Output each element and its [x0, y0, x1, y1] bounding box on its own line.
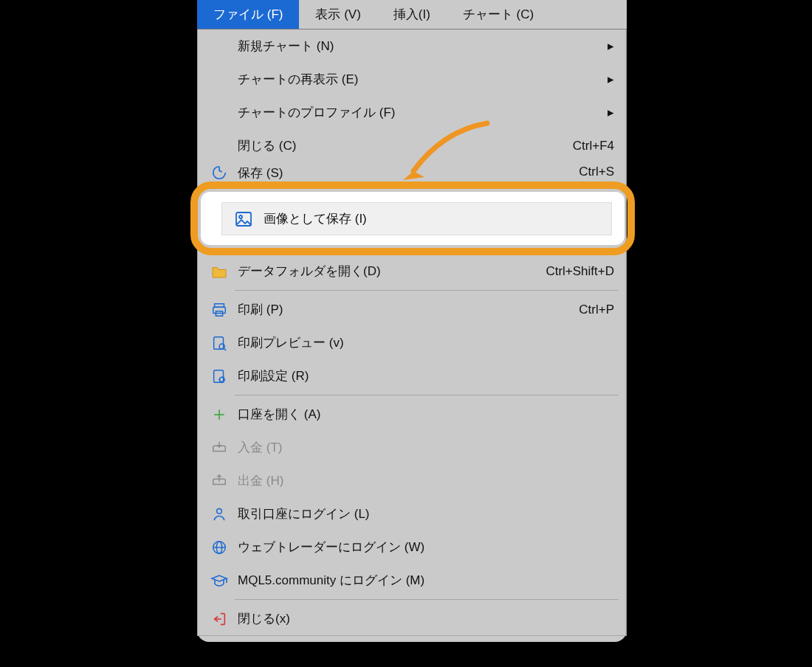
menuitem-label: 印刷プレビュー (v) [233, 334, 614, 351]
menuitem-label: 閉じる(x) [233, 610, 614, 627]
chevron-right-icon: ▸ [602, 72, 614, 87]
image-icon [230, 211, 258, 227]
menuitem-chart-profile[interactable]: チャートのプロファイル (F) ▸ [198, 96, 626, 129]
menuitem-new-chart[interactable]: 新規チャート (N) ▸ [198, 30, 626, 63]
plus-icon [205, 407, 233, 422]
menuitem-open-account[interactable]: 口座を開く (A) [198, 398, 626, 431]
globe-icon [205, 539, 233, 556]
menuitem-label: 入金 (T) [233, 439, 614, 456]
menuitem-label: 保存 (S) [233, 165, 579, 181]
menuitem-login-trade[interactable]: 取引口座にログイン (L) [198, 497, 626, 531]
menuitem-save[interactable]: 保存 (S) Ctrl+S [198, 162, 626, 181]
svg-line-5 [224, 348, 226, 350]
menuitem-print-preview[interactable]: 印刷プレビュー (v) [198, 326, 626, 359]
save-icon [205, 165, 233, 181]
menuitem-exit[interactable]: 閉じる(x) [198, 602, 626, 635]
svg-point-10 [217, 508, 222, 514]
menuitem-shortcut: Ctrl+Shift+D [546, 264, 614, 279]
menuitem-mql5-login[interactable]: MQL5.community にログイン (M) [198, 564, 626, 597]
menu-chart[interactable]: チャート (C) [447, 0, 550, 29]
menuitem-label: 口座を開く (A) [233, 406, 614, 423]
menuitem-print-settings[interactable]: 印刷設定 (R) [198, 359, 626, 393]
separator [235, 290, 619, 291]
svg-rect-1 [213, 307, 226, 313]
menuitem-label: 印刷設定 (R) [233, 367, 614, 384]
folder-icon [205, 265, 233, 278]
menuitem-reopen-chart[interactable]: チャートの再表示 (E) ▸ [198, 63, 626, 96]
menuitem-save-as-image[interactable]: 画像として保存 (I) [221, 202, 612, 235]
menuitem-label: 画像として保存 (I) [258, 210, 599, 227]
menuitem-open-data-folder[interactable]: データフォルダを開く(D) Ctrl+Shift+D [198, 255, 626, 288]
menuitem-print[interactable]: 印刷 (P) Ctrl+P [198, 293, 626, 326]
menuitem-deposit: 入金 (T) [198, 431, 626, 464]
chevron-right-icon: ▸ [602, 38, 614, 54]
cap-icon [205, 573, 233, 588]
menuitem-label: 取引口座にログイン (L) [233, 505, 614, 522]
menuitem-shortcut: Ctrl+F4 [573, 139, 614, 153]
menuitem-webtrader-login[interactable]: ウェブトレーダーにログイン (W) [198, 531, 626, 564]
menuitem-label: 新規チャート (N) [233, 38, 602, 55]
separator [235, 599, 619, 600]
menuitem-label: データフォルダを開く(D) [233, 263, 546, 280]
menu-view[interactable]: 表示 (V) [299, 0, 376, 29]
menuitem-label: MQL5.community にログイン (M) [233, 572, 614, 589]
app-window: ファイル (F) 表示 (V) 挿入(I) チャート (C) 新規チャート (N… [197, 0, 627, 642]
menuitem-label: 印刷 (P) [233, 301, 579, 318]
menuitem-close[interactable]: 閉じる (C) Ctrl+F4 [198, 129, 626, 162]
chevron-right-icon: ▸ [602, 105, 614, 120]
deposit-icon [205, 440, 233, 456]
menuitem-label: チャートの再表示 (E) [233, 71, 602, 88]
file-dropdown: 新規チャート (N) ▸ チャートの再表示 (E) ▸ チャートのプロファイル … [197, 30, 627, 636]
menuitem-label: 出金 (H) [233, 472, 614, 489]
menuitem-label: 閉じる (C) [233, 137, 573, 154]
gear-icon [205, 368, 233, 384]
menuitem-label: チャートのプロファイル (F) [233, 104, 602, 121]
svg-rect-3 [214, 336, 224, 349]
svg-point-17 [239, 215, 242, 218]
exit-icon [205, 611, 233, 627]
menu-insert[interactable]: 挿入(I) [377, 0, 447, 29]
svg-rect-16 [236, 212, 251, 226]
separator [235, 395, 619, 395]
withdraw-icon [205, 473, 233, 489]
menu-file[interactable]: ファイル (F) [197, 0, 299, 29]
menuitem-shortcut: Ctrl+P [579, 303, 614, 317]
menu-bar: ファイル (F) 表示 (V) 挿入(I) チャート (C) [197, 0, 627, 30]
svg-point-4 [219, 343, 224, 348]
menuitem-withdraw: 出金 (H) [198, 464, 626, 497]
preview-icon [205, 335, 233, 351]
person-icon [205, 506, 233, 522]
menuitem-label: ウェブトレーダーにログイン (W) [233, 539, 614, 556]
menuitem-shortcut: Ctrl+S [579, 165, 614, 179]
printer-icon [205, 302, 233, 318]
